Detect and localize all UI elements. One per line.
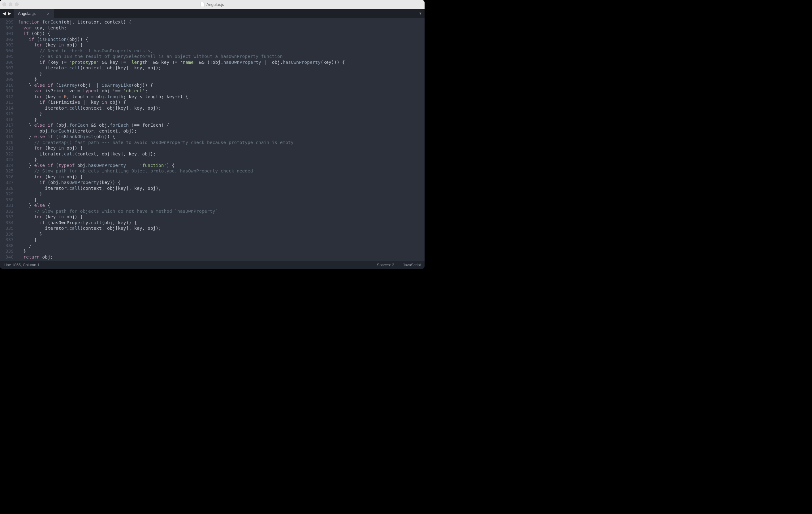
line-number: 312 bbox=[0, 94, 13, 100]
line-number: 322 bbox=[0, 151, 13, 157]
code-line: if (isFunction(obj)) { bbox=[18, 36, 425, 43]
titlebar: Angular.js bbox=[0, 0, 425, 9]
zoom-window-button[interactable] bbox=[15, 2, 19, 6]
code-line: if (obj.hasOwnProperty(key)) { bbox=[18, 180, 425, 186]
code-line: for (key in obj) { bbox=[18, 214, 425, 220]
tab-close-button[interactable]: × bbox=[47, 11, 50, 16]
cursor-position[interactable]: Line 1865, Column 1 bbox=[4, 263, 39, 267]
line-number: 339 bbox=[0, 248, 13, 254]
nav-back-button[interactable]: ◀ bbox=[2, 11, 6, 16]
line-number: 340 bbox=[0, 254, 13, 260]
code-editor[interactable]: 2993003013023033043053063073083093103113… bbox=[0, 18, 425, 261]
code-line: var key, length; bbox=[18, 25, 425, 31]
line-number: 314 bbox=[0, 105, 13, 111]
close-window-button[interactable] bbox=[2, 2, 6, 6]
file-icon bbox=[201, 2, 205, 7]
line-number: 317 bbox=[0, 122, 13, 128]
minimize-window-button[interactable] bbox=[9, 2, 12, 6]
line-number: 303 bbox=[0, 42, 13, 48]
code-line: // Slow path for objects which do not ha… bbox=[18, 208, 425, 214]
line-number: 313 bbox=[0, 100, 13, 105]
line-number: 327 bbox=[0, 180, 13, 186]
nav-forward-button[interactable]: ▶ bbox=[7, 11, 12, 16]
tab-angular-js[interactable]: Angular.js × bbox=[13, 9, 54, 18]
code-line: } else { bbox=[18, 202, 425, 208]
code-line: for (key in obj) { bbox=[18, 42, 425, 48]
line-number: 315 bbox=[0, 111, 13, 117]
code-line: iterator.call(context, obj[key], key, ob… bbox=[18, 186, 425, 191]
indent-setting[interactable]: Spaces: 2 bbox=[377, 263, 394, 267]
line-number: 307 bbox=[0, 65, 13, 71]
code-line: } else if (isArray(obj) || isArrayLike(o… bbox=[18, 82, 425, 88]
code-line: } bbox=[18, 248, 425, 254]
line-number: 308 bbox=[0, 71, 13, 77]
line-number: 300 bbox=[0, 25, 13, 31]
code-line: var isPrimitive = typeof obj !== 'object… bbox=[18, 88, 425, 94]
code-line: } bbox=[18, 237, 425, 243]
line-number: 332 bbox=[0, 208, 13, 214]
line-number: 299 bbox=[0, 19, 13, 25]
code-content[interactable]: function forEach(obj, iterator, context)… bbox=[18, 19, 425, 261]
code-line: } bbox=[18, 197, 425, 203]
line-number: 318 bbox=[0, 128, 13, 134]
syntax-setting[interactable]: JavaScript bbox=[403, 263, 421, 267]
code-line: iterator.call(context, obj[key], key, ob… bbox=[18, 151, 425, 157]
line-number: 336 bbox=[0, 231, 13, 237]
editor-window: Angular.js ◀ ▶ Angular.js × ▼ 2993003013… bbox=[0, 0, 425, 269]
line-number: 335 bbox=[0, 225, 13, 231]
line-number: 309 bbox=[0, 77, 13, 82]
line-number: 304 bbox=[0, 48, 13, 54]
code-line: for (key in obj) { bbox=[18, 174, 425, 180]
code-line: // as on IE8 the result of querySelector… bbox=[18, 54, 425, 59]
line-number: 305 bbox=[0, 54, 13, 59]
code-line: } bbox=[18, 157, 425, 163]
code-line: iterator.call(context, obj[key], key, ob… bbox=[18, 105, 425, 111]
line-number: 338 bbox=[0, 243, 13, 249]
line-number: 320 bbox=[0, 140, 13, 145]
line-number: 316 bbox=[0, 117, 13, 123]
status-bar: Line 1865, Column 1 Spaces: 2 JavaScript bbox=[0, 261, 425, 269]
code-line: obj.forEach(iterator, context, obj); bbox=[18, 128, 425, 134]
line-number: 321 bbox=[0, 145, 13, 151]
code-line: iterator.call(context, obj[key], key, ob… bbox=[18, 65, 425, 71]
line-number: 328 bbox=[0, 186, 13, 191]
code-line: } bbox=[18, 111, 425, 117]
code-line: } bbox=[18, 191, 425, 197]
line-number: 301 bbox=[0, 31, 13, 36]
line-number: 333 bbox=[0, 214, 13, 220]
tab-overflow-button[interactable]: ▼ bbox=[419, 11, 422, 15]
tab-bar: ◀ ▶ Angular.js × ▼ bbox=[0, 9, 425, 18]
traffic-lights bbox=[2, 2, 19, 6]
code-line: for (key = 0, length = obj.length; key <… bbox=[18, 94, 425, 100]
line-number: 324 bbox=[0, 163, 13, 168]
code-line: function forEach(obj, iterator, context)… bbox=[18, 19, 425, 25]
line-number: 325 bbox=[0, 168, 13, 174]
window-title: Angular.js bbox=[201, 2, 224, 7]
code-line: } bbox=[18, 117, 425, 123]
code-line: } bbox=[18, 71, 425, 77]
line-number: 306 bbox=[0, 59, 13, 65]
nav-arrows: ◀ ▶ bbox=[0, 9, 13, 18]
code-line: if (isPrimitive || key in obj) { bbox=[18, 100, 425, 105]
code-line: // createMap() fast path --- Safe to avo… bbox=[18, 140, 425, 145]
code-line: // Slow path for objects inheriting Obje… bbox=[18, 168, 425, 174]
code-line: iterator.call(context, obj[key], key, ob… bbox=[18, 225, 425, 231]
code-line: } else if (obj.forEach && obj.forEach !=… bbox=[18, 122, 425, 128]
line-number: 311 bbox=[0, 88, 13, 94]
window-title-text: Angular.js bbox=[206, 2, 224, 7]
line-number: 337 bbox=[0, 237, 13, 243]
line-number: 331 bbox=[0, 202, 13, 208]
line-number: 326 bbox=[0, 174, 13, 180]
code-line: } bbox=[18, 231, 425, 237]
code-line: if (key != 'prototype' && key != 'length… bbox=[18, 59, 425, 65]
code-line: for (key in obj) { bbox=[18, 145, 425, 151]
code-line: } else if (typeof obj.hasOwnProperty ===… bbox=[18, 163, 425, 168]
line-number-gutter: 2993003013023033043053063073083093103113… bbox=[0, 19, 18, 261]
line-number: 334 bbox=[0, 220, 13, 226]
code-line: return obj; bbox=[18, 254, 425, 260]
line-number: 310 bbox=[0, 82, 13, 88]
line-number: 323 bbox=[0, 157, 13, 163]
tab-label: Angular.js bbox=[18, 11, 36, 16]
line-number: 329 bbox=[0, 191, 13, 197]
line-number: 330 bbox=[0, 197, 13, 203]
